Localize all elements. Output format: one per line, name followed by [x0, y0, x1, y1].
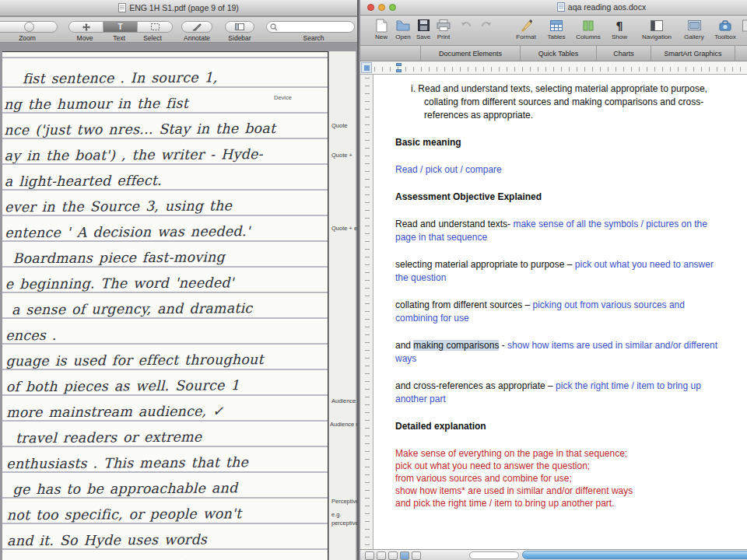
detailed-explanation-heading: Detailed explanation — [395, 420, 747, 433]
handwriting-line: a sense of urgency, and dramatic — [5, 292, 307, 320]
handwriting-line: fist sentence . In source 1, — [4, 61, 306, 89]
navigation-button[interactable]: Navigation — [639, 18, 675, 40]
handwriting-line: travel readers or extreme — [6, 421, 308, 449]
detailed-line: pick out what you need to answer the que… — [395, 460, 747, 472]
columns-button[interactable]: Columns — [575, 18, 601, 40]
pen-icon — [192, 23, 202, 31]
search-icon — [270, 23, 278, 31]
sidebar-button[interactable] — [225, 21, 254, 33]
gallery-icon — [681, 18, 707, 33]
handwriting-line: not too specific, or people won't — [7, 498, 309, 526]
print-button[interactable]: Print — [430, 18, 457, 40]
undo-icon — [458, 18, 474, 33]
word-window: aqa reading aos.docx New Open — [360, 0, 747, 560]
horizontal-scrollbar-thumb[interactable] — [522, 551, 747, 559]
screen: ENG 1H S1.pdf (page 9 of 19) Zoom T — [0, 0, 747, 560]
gallery-tab-smartart-graphics[interactable]: SmartArt Graphics — [651, 46, 735, 61]
word-toolbar: New Open Save Print — [360, 16, 747, 46]
gallery-tab-charts[interactable]: Charts — [597, 46, 651, 61]
pdf-window-title: ENG 1H S1.pdf (page 9 of 19) — [129, 3, 239, 12]
handwriting-line: ng the humour in the fist — [4, 87, 306, 115]
gallery-tab-quick-tables[interactable]: Quick Tables — [521, 46, 597, 61]
zoom-slider-knob[interactable] — [24, 22, 34, 32]
detailed-line: show how items* are used in similar and/… — [395, 485, 747, 497]
gallery-tab-blank — [735, 46, 747, 61]
handwriting-line: and it. So Hyde uses words — [7, 523, 309, 551]
handwriting-line: nce ('just two nres... Stay in the boat — [4, 113, 306, 141]
search-label: Search — [290, 34, 337, 42]
handwriting-line: more mainstream audience, ✓ — [6, 395, 308, 423]
gallery-button[interactable]: Gallery — [681, 18, 707, 40]
handwriting-line: ever in the Source 3, using the — [5, 190, 307, 218]
handwriting-line: Boardmans piece fast-moving — [5, 241, 307, 269]
select-label: Select — [129, 34, 176, 42]
word-document-area[interactable]: i. Read and understand texts, selecting … — [374, 75, 747, 549]
pdf-titlebar[interactable]: ENG 1H S1.pdf (page 9 of 19) — [0, 0, 357, 16]
detailed-line: Make sense of everything on the page in … — [395, 447, 747, 460]
elements-gallery-bar: Document Elements Quick Tables Charts Sm… — [360, 46, 747, 61]
columns-icon — [575, 18, 601, 33]
handwriting-line: e beginning. The word 'needed' — [5, 267, 307, 295]
tables-button[interactable]: Tables — [543, 18, 570, 40]
word-document: i. Read and understand texts, selecting … — [374, 75, 747, 509]
margin-note: Audience notes — [330, 421, 359, 428]
printer-icon — [430, 18, 457, 33]
detailed-explanation-block: Make sense of everything on the page in … — [395, 447, 747, 509]
first-line-indent-marker[interactable] — [396, 63, 402, 66]
pdf-doc-icon — [118, 3, 126, 12]
ruler-ticks — [374, 67, 747, 72]
explained-pair: collating from different sources – picki… — [395, 299, 747, 325]
annotate-button[interactable] — [181, 21, 212, 33]
text-button[interactable]: T — [103, 22, 138, 32]
vertical-ruler[interactable] — [360, 75, 374, 549]
left-indent-marker[interactable] — [396, 69, 402, 72]
draft-view-button[interactable] — [365, 551, 374, 560]
move-button[interactable] — [69, 22, 103, 32]
pdf-viewer-window: ENG 1H S1.pdf (page 9 of 19) Zoom T — [0, 0, 359, 560]
ruler-ticks — [365, 78, 370, 546]
print-layout-view-button[interactable] — [400, 551, 409, 560]
margin-note: perceptive — [331, 520, 359, 527]
status-field — [469, 551, 519, 559]
explained-pair: and cross-references as appropriate – pi… — [395, 380, 747, 406]
zoom-slider[interactable] — [0, 21, 58, 33]
handwriting-line: a light-hearted effect. — [5, 164, 307, 192]
assessment-objective-paragraph: i. Read and understand texts, selecting … — [395, 82, 747, 122]
gallery-tab-blank — [360, 46, 421, 61]
explained-pair: Read and understand texts- make sense of… — [395, 218, 747, 244]
handwriting-line: ear' to describe the equipment — [7, 549, 309, 560]
word-titlebar[interactable]: aqa reading aos.docx — [360, 0, 747, 16]
handwriting-line: ge has to be approachable and — [6, 472, 308, 500]
tab-selector[interactable] — [361, 62, 372, 73]
margin-note: Audience — [331, 397, 356, 404]
pilcrow-icon: ¶ — [606, 18, 633, 33]
publishing-view-button[interactable] — [388, 551, 398, 560]
margin-note-device: Device — [274, 94, 292, 101]
notebook-view-button[interactable] — [412, 551, 421, 560]
gallery-tab-document-elements[interactable]: Document Elements — [421, 46, 521, 61]
outline-view-button[interactable] — [377, 551, 386, 560]
select-button[interactable] — [138, 22, 172, 32]
handwriting-line: of both pieces as well. Source 1 — [5, 369, 307, 397]
show-button[interactable]: ¶ Show — [606, 18, 633, 40]
word-bottombar — [360, 549, 747, 560]
horizontal-ruler[interactable] — [360, 61, 747, 75]
explained-pair: and making comparisons - show how items … — [395, 339, 747, 366]
handwriting-line: entence ' A decision was needed.' — [5, 215, 307, 243]
margin-note: Quote + e — [331, 225, 357, 232]
toolbox-button[interactable]: Toolbox — [712, 18, 738, 40]
word-doc-icon — [557, 2, 565, 12]
scanned-exam-page: fist sentence . In source 1, ng the humo… — [2, 51, 328, 560]
select-marquee-icon — [151, 23, 160, 30]
undo-button — [458, 18, 474, 33]
detailed-line: from various sources and combine for use… — [395, 472, 747, 485]
table-grid-icon — [543, 18, 570, 33]
sidebar-icon — [235, 23, 244, 30]
basic-meaning-answer: Read / pick out / compare — [395, 163, 747, 177]
paintbrush-icon — [513, 18, 539, 33]
search-input[interactable] — [266, 21, 355, 33]
format-button[interactable]: Format — [513, 18, 539, 40]
horizontal-scrollbar-track[interactable] — [521, 551, 747, 559]
pdf-toolbar: Zoom T Move Text Select — [0, 17, 357, 43]
handwriting-line: guage is used for effect throughout — [5, 344, 307, 372]
